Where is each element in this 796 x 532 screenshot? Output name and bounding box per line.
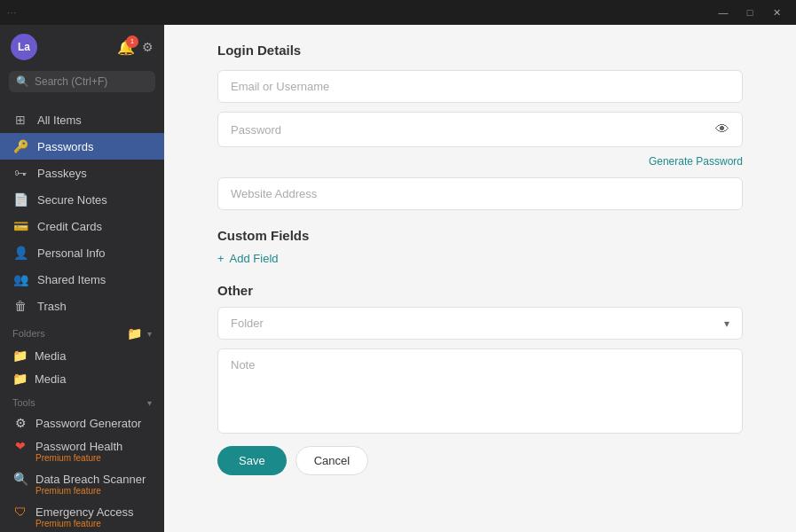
title-bar-controls: — □ ✕ <box>711 4 789 21</box>
all-items-icon: ⊞ <box>12 113 28 127</box>
tools-section: Tools ▾ <box>0 390 164 411</box>
tool-item-label: Emergency Access <box>35 505 134 519</box>
sidebar-item-shared-items[interactable]: 👥 Shared Items <box>0 266 164 293</box>
emergency-icon: 🛡 <box>12 505 28 519</box>
premium-badge: Premium feature <box>35 453 152 463</box>
sidebar-item-all-items[interactable]: ⊞ All Items <box>0 106 164 133</box>
sidebar-item-label: Shared Items <box>37 273 106 286</box>
secure-notes-icon: 📄 <box>12 192 28 207</box>
minimize-button[interactable]: — <box>711 4 736 21</box>
tool-item-label: Data Breach Scanner <box>35 473 146 486</box>
shared-items-icon: 👥 <box>12 272 28 286</box>
premium-badge: Premium feature <box>35 486 152 496</box>
folder-item-media-2[interactable]: 📁 Media <box>0 367 164 390</box>
sidebar-item-label: Passwords <box>37 140 94 153</box>
add-field-label: Add Field <box>230 252 279 265</box>
sidebar-item-label: Secure Notes <box>37 193 107 207</box>
eye-icon[interactable]: 👁 <box>715 121 729 137</box>
maximize-button[interactable]: □ <box>737 4 762 21</box>
premium-badge: Premium feature <box>35 519 152 528</box>
password-input[interactable] <box>231 123 715 137</box>
notification-icon[interactable]: 🔔 1 <box>117 39 135 56</box>
note-textarea[interactable] <box>231 358 729 420</box>
generate-password-row: Generate Password <box>217 153 743 168</box>
drag-dots: ··· <box>7 8 17 18</box>
tool-item-password-health[interactable]: ❤ Password Health Premium feature <box>0 434 164 467</box>
sidebar-item-credit-cards[interactable]: 💳 Credit Cards <box>0 213 164 239</box>
dropdown-arrow-icon: ▾ <box>724 317 729 330</box>
personal-info-icon: 👤 <box>12 246 28 260</box>
title-bar: ··· — □ ✕ <box>0 0 796 25</box>
gear-icon[interactable]: ⚙ <box>142 40 154 54</box>
sidebar-item-passwords[interactable]: 🔑 Passwords <box>0 133 164 160</box>
folders-section: Folders 📁 ▾ <box>0 319 164 344</box>
password-field[interactable]: 👁 <box>217 112 743 147</box>
close-button[interactable]: ✕ <box>764 4 789 21</box>
tool-item-password-generator[interactable]: ⚙ Password Generator <box>0 411 164 434</box>
custom-fields-title: Custom Fields <box>217 228 743 243</box>
plus-icon: + <box>217 252 225 265</box>
folder-label: Media <box>35 349 66 363</box>
folder-select[interactable]: Folder ▾ <box>217 307 743 340</box>
sidebar-item-trash[interactable]: 🗑 Trash <box>0 293 164 319</box>
avatar[interactable]: La <box>11 34 37 60</box>
passwords-icon: 🔑 <box>12 139 28 153</box>
save-button[interactable]: Save <box>217 446 287 475</box>
tool-item-data-breach-scanner[interactable]: 🔍 Data Breach Scanner Premium feature <box>0 467 164 500</box>
sidebar-header: La 🔔 1 ⚙ <box>0 25 164 67</box>
title-bar-dots: ··· <box>7 8 17 18</box>
folder-icon: 📁 <box>12 372 28 386</box>
sidebar-header-icons: 🔔 1 ⚙ <box>117 39 154 56</box>
tools-chevron-icon[interactable]: ▾ <box>147 398 152 408</box>
search-icon: 🔍 <box>16 75 29 88</box>
data-breach-icon: 🔍 <box>12 472 28 486</box>
sidebar-item-label: Trash <box>37 300 67 313</box>
tool-item-label: Password Health <box>35 440 122 453</box>
login-details-title: Login Details <box>217 43 743 58</box>
other-title: Other <box>217 283 743 298</box>
folder-placeholder: Folder <box>231 317 264 330</box>
tools-label: Tools <box>12 397 35 408</box>
cancel-button[interactable]: Cancel <box>296 446 368 475</box>
website-input[interactable] <box>231 187 729 200</box>
folder-label: Media <box>35 372 66 386</box>
password-health-icon: ❤ <box>12 439 28 453</box>
password-generator-icon: ⚙ <box>12 416 28 430</box>
search-input[interactable] <box>35 75 164 88</box>
add-folder-icon[interactable]: 📁 <box>127 326 142 340</box>
add-field-button[interactable]: + Add Field <box>217 252 279 265</box>
main-content: Login Details 👁 Generate Password Custom… <box>164 25 796 532</box>
chevron-down-icon[interactable]: ▾ <box>147 329 152 339</box>
sidebar-item-label: Passkeys <box>37 167 87 180</box>
sidebar-item-personal-info[interactable]: 👤 Personal Info <box>0 239 164 266</box>
notification-badge: 1 <box>126 35 138 48</box>
sidebar-item-secure-notes[interactable]: 📄 Secure Notes <box>0 186 164 213</box>
email-field[interactable] <box>217 70 743 103</box>
folders-label: Folders <box>12 328 45 339</box>
sidebar: La 🔔 1 ⚙ 🔍 ⊞ All Items 🔑 Passwords 🗝 Pa <box>0 25 164 532</box>
sidebar-item-label: Credit Cards <box>37 220 102 233</box>
form-actions: Save Cancel <box>217 446 743 475</box>
folder-icon: 📁 <box>12 348 28 363</box>
folder-item-media-1[interactable]: 📁 Media <box>0 344 164 367</box>
passkeys-icon: 🗝 <box>12 166 28 180</box>
credit-cards-icon: 💳 <box>12 219 28 233</box>
tool-item-label: Password Generator <box>35 417 141 430</box>
email-input[interactable] <box>231 80 729 93</box>
tool-item-emergency-access[interactable]: 🛡 Emergency Access Premium feature <box>0 500 164 532</box>
generate-password-link[interactable]: Generate Password <box>649 155 743 168</box>
website-field[interactable] <box>217 177 743 210</box>
note-field[interactable] <box>217 348 743 434</box>
sidebar-item-label: All Items <box>37 113 82 127</box>
sidebar-item-label: Personal Info <box>37 246 106 260</box>
trash-icon: 🗑 <box>12 299 28 313</box>
sidebar-item-passkeys[interactable]: 🗝 Passkeys <box>0 160 164 186</box>
search-bar[interactable]: 🔍 <box>9 71 155 92</box>
app-container: La 🔔 1 ⚙ 🔍 ⊞ All Items 🔑 Passwords 🗝 Pa <box>0 25 796 532</box>
